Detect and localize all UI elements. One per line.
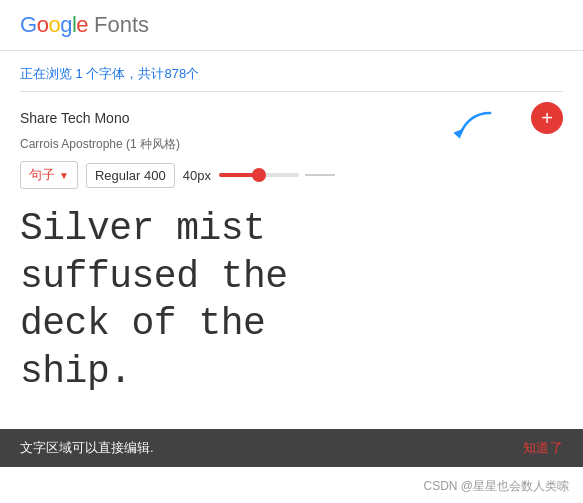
add-font-button[interactable]: +: [531, 102, 563, 134]
font-card: Share Tech Mono + Carrois Apostrophe (1 …: [0, 92, 583, 409]
slider-track: [219, 173, 299, 177]
font-card-header: Share Tech Mono +: [20, 102, 563, 134]
size-slider[interactable]: [219, 173, 335, 177]
preview-line-4: ship.: [20, 348, 563, 396]
sentence-dropdown[interactable]: 句子 ▼: [20, 161, 78, 189]
style-label: Regular 400: [95, 168, 166, 183]
preview-line-3: deck of the: [20, 300, 563, 348]
controls-row: 句子 ▼ Regular 400 40px: [20, 161, 563, 189]
bottom-bar: 文字区域可以直接编辑. 知道了: [0, 429, 583, 467]
slider-line: [305, 174, 335, 176]
preview-line-1: Silver mist: [20, 205, 563, 253]
chevron-down-icon: ▼: [59, 170, 69, 181]
logo-google: Google: [20, 12, 88, 38]
font-preview: Silver mist suffused the deck of the shi…: [20, 201, 563, 399]
preview-line-2: suffused the: [20, 253, 563, 301]
arrow-indicator: [443, 108, 503, 152]
got-it-button[interactable]: 知道了: [523, 439, 564, 457]
browse-info: 正在浏览 1 个字体，共计878个: [0, 51, 583, 91]
watermark: CSDN @星星也会数人类嗦: [423, 478, 569, 495]
logo-fonts: Fonts: [94, 12, 149, 38]
font-name: Share Tech Mono: [20, 110, 129, 126]
slider-thumb: [252, 168, 266, 182]
size-label: 40px: [183, 168, 211, 183]
svg-marker-0: [453, 129, 462, 138]
sentence-label: 句子: [29, 166, 55, 184]
header: Google Fonts: [0, 0, 583, 51]
style-select[interactable]: Regular 400: [86, 163, 175, 188]
bottom-bar-text: 文字区域可以直接编辑.: [20, 439, 154, 457]
